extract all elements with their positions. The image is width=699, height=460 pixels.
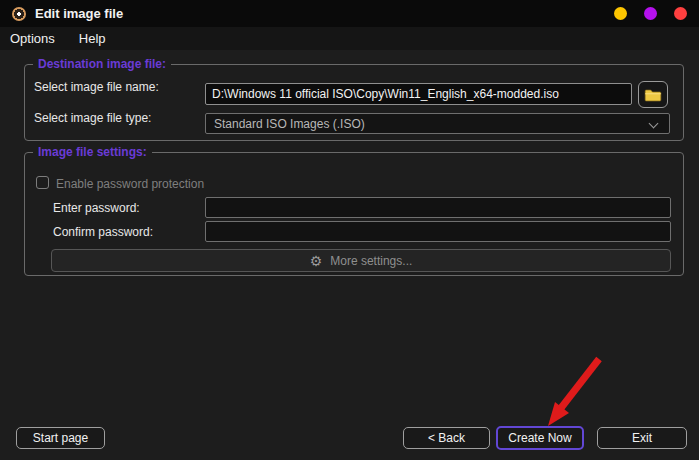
file-name-label: Select image file name: bbox=[34, 80, 159, 94]
settings-group-legend: Image file settings: bbox=[33, 145, 152, 159]
start-page-button[interactable]: Start page bbox=[16, 427, 105, 449]
window-title: Edit image file bbox=[35, 6, 123, 21]
gear-icon: ⚙ bbox=[310, 254, 323, 268]
title-bar: Edit image file bbox=[0, 0, 699, 27]
file-type-label: Select image file type: bbox=[34, 111, 151, 125]
create-now-label: Create Now bbox=[508, 431, 571, 445]
edit-image-file-window: Edit image file Options Help Destination… bbox=[0, 0, 699, 460]
exit-label: Exit bbox=[632, 431, 652, 445]
settings-group: Image file settings: Enable password pro… bbox=[24, 152, 684, 276]
create-now-button[interactable]: Create Now bbox=[496, 426, 584, 450]
minimize-button[interactable] bbox=[614, 7, 627, 20]
menu-help[interactable]: Help bbox=[79, 31, 106, 46]
chevron-down-icon bbox=[649, 119, 659, 129]
confirm-password-label: Confirm password: bbox=[53, 225, 153, 239]
folder-icon bbox=[644, 88, 662, 102]
browse-button[interactable] bbox=[638, 81, 668, 108]
window-controls bbox=[614, 0, 687, 27]
enter-password-input[interactable] bbox=[205, 197, 671, 218]
file-type-selected-value: Standard ISO Images (.ISO) bbox=[214, 117, 365, 131]
pointer-arrow bbox=[535, 356, 607, 432]
exit-button[interactable]: Exit bbox=[597, 427, 687, 449]
close-button[interactable] bbox=[674, 7, 687, 20]
start-page-label: Start page bbox=[33, 431, 88, 445]
enter-password-label: Enter password: bbox=[53, 201, 140, 215]
menu-bar: Options Help bbox=[0, 27, 699, 50]
disc-icon bbox=[12, 7, 26, 21]
more-settings-label: More settings... bbox=[330, 254, 412, 268]
destination-group: Destination image file: Select image fil… bbox=[24, 64, 684, 141]
file-type-dropdown[interactable]: Standard ISO Images (.ISO) bbox=[205, 113, 670, 134]
more-settings-button[interactable]: ⚙ More settings... bbox=[51, 249, 671, 272]
destination-group-legend: Destination image file: bbox=[33, 57, 171, 71]
confirm-password-input[interactable] bbox=[205, 221, 671, 242]
menu-options[interactable]: Options bbox=[10, 31, 55, 46]
password-protection-checkbox[interactable] bbox=[36, 176, 49, 189]
maximize-button[interactable] bbox=[644, 7, 657, 20]
back-button[interactable]: < Back bbox=[403, 427, 490, 449]
file-name-input[interactable] bbox=[205, 83, 632, 105]
back-label: < Back bbox=[428, 431, 465, 445]
password-protection-label: Enable password protection bbox=[56, 177, 204, 191]
